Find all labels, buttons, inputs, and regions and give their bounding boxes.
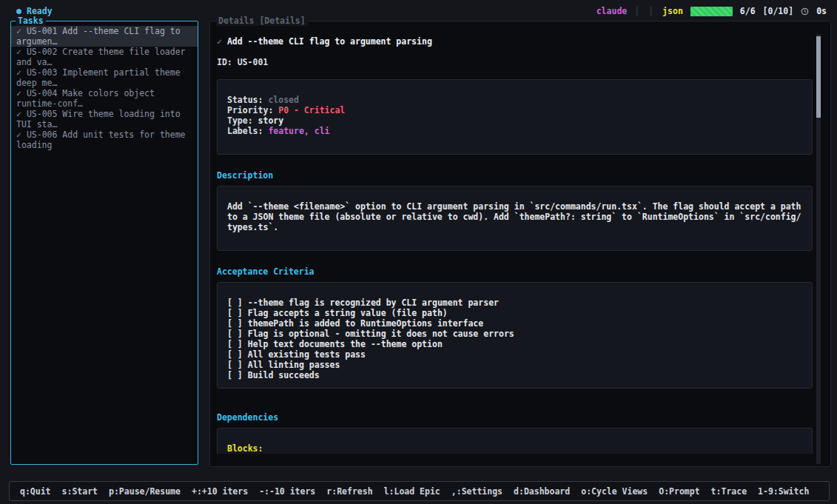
task-list-item[interactable]: ✓ US-004 Make colors object runtime-conf… — [11, 88, 198, 109]
separator-pipe-icon: │ — [648, 6, 653, 16]
checkbox-icon: [ ] — [227, 360, 243, 370]
acceptance-box: [ ] --theme flag is recognized by CLI ar… — [217, 282, 813, 389]
check-icon: ✓ — [16, 47, 21, 57]
ready-status-dot-icon — [16, 9, 21, 14]
task-detail-title: ✓ Add --theme CLI flag to argument parsi… — [217, 36, 813, 47]
meta-label: Status: — [227, 95, 263, 105]
meta-box: Status: closed Priority: P0 - Critical T… — [217, 79, 813, 155]
progress-bar — [690, 7, 733, 16]
description-box: Add `--theme <filename>` option to CLI a… — [217, 186, 813, 251]
keybinding-item: r:Refresh — [326, 486, 372, 497]
task-list-item[interactable]: ✓ US-006 Add unit tests for theme loadin… — [11, 130, 198, 150]
ready-status-text: Ready — [27, 6, 53, 16]
acceptance-text: themePath is added to RuntimeOptions int… — [248, 318, 484, 329]
main-area: Tasks ✓ US-001 Add --theme CLI flag to a… — [7, 19, 831, 471]
meta-label: Labels: — [227, 126, 263, 136]
meta-value: P0 - Critical — [278, 105, 345, 115]
task-list-item[interactable]: ✓ US-002 Create theme file loader and va… — [11, 47, 198, 67]
acceptance-item: [ ] All linting passes — [227, 360, 802, 370]
keybinding-item: -:-10 iters — [259, 486, 315, 497]
blocks-label: Blocks: — [227, 443, 802, 454]
keybinding-item: ,:Settings — [451, 486, 502, 497]
acceptance-text: All existing tests pass — [248, 349, 366, 360]
description-line: types.ts`. — [227, 222, 802, 232]
meta-line: Status: closed — [227, 95, 802, 105]
meta-value: closed — [268, 95, 299, 105]
keybinding-item: 1-9:Switch — [758, 486, 809, 497]
acceptance-item: [ ] Flag accepts a string value (file pa… — [227, 308, 802, 318]
keybinding-item: O:Prompt — [659, 486, 699, 497]
acceptance-text: Flag accepts a string value (file path) — [248, 308, 448, 318]
task-text: US-006 Add unit tests for theme loading — [16, 130, 186, 150]
format-badge: json — [662, 6, 683, 16]
keybinding-item: t:Trace — [711, 486, 747, 497]
description-line: Add `--theme <filename>` option to CLI a… — [227, 201, 802, 212]
acceptance-text: --theme flag is recognized by CLI argume… — [248, 298, 499, 308]
dependencies-box: Blocks: — [217, 428, 813, 454]
checkbox-icon: [ ] — [227, 339, 243, 349]
keybinding-item: s:Start — [62, 486, 98, 497]
scrollbar-thumb[interactable] — [816, 36, 821, 118]
clock-icon — [801, 7, 809, 16]
task-list-item[interactable]: ✓ US-005 Wire theme loading into TUI sta… — [11, 109, 198, 130]
meta-value: story — [258, 115, 284, 126]
keybinding-item: l:Load Epic — [384, 486, 440, 497]
meta-label: Type: — [227, 115, 253, 126]
meta-line: Priority: P0 - Critical — [227, 105, 802, 115]
tasks-panel-title: Tasks — [16, 16, 46, 26]
checkbox-icon: [ ] — [227, 370, 243, 380]
details-panel: Details [Details] ✓ Add --theme CLI flag… — [209, 21, 831, 467]
tasks-panel: Tasks ✓ US-001 Add --theme CLI flag to a… — [10, 21, 198, 465]
acceptance-item: [ ] --theme flag is recognized by CLI ar… — [227, 298, 802, 308]
keybinding-item: p:Pause/Resume — [109, 486, 181, 497]
check-icon: ✓ — [16, 109, 21, 119]
keybinding-item: o:Cycle Views — [581, 486, 648, 497]
agent-name: claude — [596, 6, 628, 16]
task-text: US-002 Create theme file loader and va… — [16, 47, 186, 67]
task-text: US-004 Make colors object runtime-conf… — [16, 88, 155, 109]
task-list-item[interactable]: ✓ US-001 Add --theme CLI flag to argumen… — [11, 26, 198, 47]
check-icon: ✓ — [16, 67, 21, 78]
task-list: ✓ US-001 Add --theme CLI flag to argumen… — [11, 21, 198, 155]
check-icon: ✓ — [16, 130, 21, 140]
scrollbar[interactable] — [816, 34, 821, 464]
task-detail-title-text: Add --theme CLI flag to argument parsing — [227, 36, 432, 47]
acceptance-item: [ ] themePath is added to RuntimeOptions… — [227, 318, 802, 329]
check-icon: ✓ — [16, 88, 21, 98]
meta-line: Labels: feature, cli — [227, 126, 802, 136]
progress-count: 6/6 — [740, 6, 756, 16]
keybindings-bar: q:Quit s:Start p:Pause/Resume +:+10 iter… — [9, 481, 830, 501]
keybinding-item: d:Dashboard — [514, 486, 570, 497]
check-icon: ✓ — [16, 26, 21, 36]
meta-value: feature, cli — [268, 126, 329, 136]
acceptance-text: All linting passes — [248, 360, 340, 370]
separator-pipe-icon: │ — [634, 6, 639, 16]
acceptance-item: [ ] Flag is optional - omitting it does … — [227, 329, 802, 339]
section-header-description: Description — [217, 170, 813, 181]
elapsed-time: 0s — [816, 6, 827, 16]
details-panel-title: Details [Details] — [216, 16, 308, 26]
task-text: US-001 Add --theme CLI flag to argumen… — [16, 26, 181, 47]
task-list-item[interactable]: ✓ US-003 Implement partial theme deep me… — [11, 67, 198, 88]
acceptance-item: [ ] All existing tests pass — [227, 349, 802, 360]
keybinding-item: +:+10 iters — [192, 486, 248, 497]
acceptance-text: Flag is optional - omitting it does not … — [248, 329, 514, 339]
checkbox-icon: [ ] — [227, 298, 243, 308]
acceptance-text: Help text documents the --theme option — [248, 339, 443, 349]
details-content: ✓ Add --theme CLI flag to argument parsi… — [210, 21, 830, 454]
task-text: US-003 Implement partial theme deep me… — [16, 67, 181, 88]
task-id: ID: US-001 — [217, 57, 813, 67]
task-text: US-005 Wire theme loading into TUI sta… — [16, 109, 181, 130]
meta-line: Type: story — [227, 115, 802, 126]
checkbox-icon: [ ] — [227, 308, 243, 318]
top-status-bar: Ready claude │ │ json 6/6 [0/10] 0s — [7, 1, 831, 19]
meta-label: Priority: — [227, 105, 273, 115]
check-icon: ✓ — [217, 36, 222, 47]
acceptance-text: Build succeeds — [248, 370, 320, 380]
description-line: to a JSON theme file (absolute or relati… — [227, 212, 802, 222]
section-header-dependencies: Dependencies — [217, 412, 813, 423]
section-header-acceptance: Acceptance Criteria — [217, 266, 813, 277]
checkbox-icon: [ ] — [227, 349, 243, 360]
iteration-count: [0/10] — [763, 6, 794, 16]
acceptance-item: [ ] Build succeeds — [227, 370, 802, 380]
